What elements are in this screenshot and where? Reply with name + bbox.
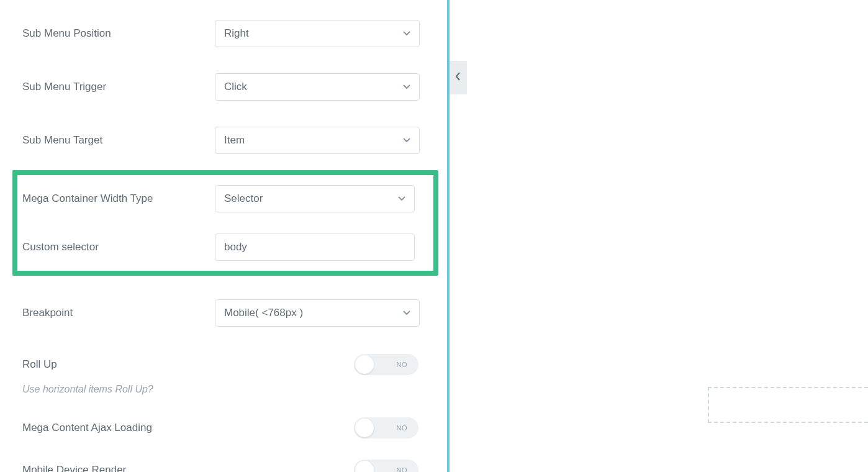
toggle-knob (355, 419, 374, 437)
toggle-knob (355, 461, 374, 472)
help-roll-up: Use horizontal items Roll Up? (0, 384, 447, 395)
label-sub-menu-trigger: Sub Menu Trigger (22, 81, 215, 93)
settings-panel: Sub Menu Position Right Sub Menu Trigger… (0, 0, 447, 472)
select-value: Right (224, 27, 249, 40)
toggle-mobile-device-render[interactable]: NO (354, 460, 418, 472)
chevron-down-icon (403, 138, 410, 143)
collapse-panel-button[interactable] (450, 61, 467, 94)
toggle-state: NO (397, 466, 408, 472)
select-sub-menu-trigger[interactable]: Click (215, 73, 420, 101)
select-sub-menu-position[interactable]: Right (215, 20, 420, 47)
chevron-down-icon (403, 311, 410, 315)
select-value: Selector (224, 193, 263, 205)
drop-zone-placeholder (708, 387, 868, 423)
label-mega-container-width-type: Mega Container Width Type (22, 193, 215, 205)
preview-panel (447, 0, 868, 472)
input-custom-selector[interactable] (215, 234, 415, 261)
toggle-state: NO (397, 361, 408, 368)
label-custom-selector: Custom selector (22, 241, 215, 253)
select-value: Mobile( <768px ) (224, 307, 303, 319)
select-value: Item (224, 134, 245, 147)
chevron-down-icon (403, 31, 410, 36)
select-sub-menu-target[interactable]: Item (215, 127, 420, 154)
toggle-mega-ajax-loading[interactable]: NO (354, 417, 418, 438)
select-mega-container-width-type[interactable]: Selector (215, 185, 415, 212)
label-breakpoint: Breakpoint (22, 307, 215, 319)
chevron-down-icon (398, 196, 405, 201)
label-sub-menu-target: Sub Menu Target (22, 134, 215, 147)
label-roll-up: Roll Up (22, 358, 354, 371)
label-mobile-device-render: Mobile Device Render (22, 464, 354, 472)
chevron-left-icon (455, 72, 461, 83)
toggle-roll-up[interactable]: NO (354, 354, 418, 375)
toggle-knob (355, 355, 374, 374)
label-sub-menu-position: Sub Menu Position (22, 27, 215, 40)
toggle-state: NO (397, 424, 408, 432)
highlighted-settings-group: Mega Container Width Type Selector Custo… (12, 170, 438, 276)
select-breakpoint[interactable]: Mobile( <768px ) (215, 299, 420, 327)
chevron-down-icon (403, 84, 410, 89)
select-value: Click (224, 81, 247, 93)
label-mega-ajax-loading: Mega Content Ajax Loading (22, 422, 354, 434)
